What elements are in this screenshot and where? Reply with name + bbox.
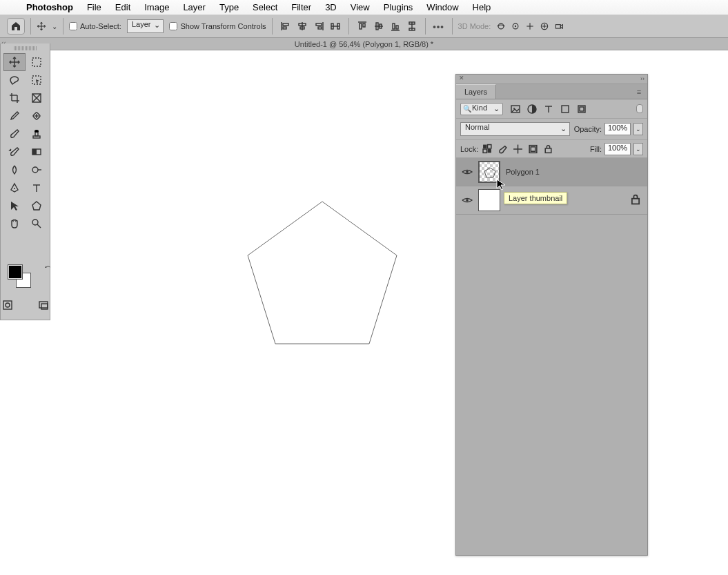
filter-shape-icon[interactable] <box>560 104 571 115</box>
layer-thumbnail[interactable] <box>478 189 500 211</box>
color-swatches[interactable]: ⤺ <box>8 264 42 292</box>
show-transform-input[interactable] <box>169 22 177 30</box>
menu-layer[interactable]: Layer <box>176 2 213 12</box>
marquee-tool[interactable] <box>26 53 48 71</box>
tab-layers[interactable]: Layers <box>456 84 496 99</box>
crop-tool[interactable] <box>3 89 26 107</box>
eyedropper-tool[interactable] <box>3 107 26 125</box>
lock-image-icon[interactable] <box>498 144 508 154</box>
3d-roll-icon[interactable] <box>511 21 520 31</box>
auto-select-label: Auto-Select: <box>80 22 121 30</box>
opacity-stepper[interactable]: ⌄ <box>633 123 643 135</box>
svg-rect-63 <box>3 301 12 309</box>
blend-mode-dropdown[interactable]: Normal <box>460 122 570 136</box>
app-name[interactable]: Photoshop <box>19 2 80 12</box>
zoom-tool[interactable] <box>26 215 48 233</box>
lock-transparency-icon[interactable] <box>482 144 493 154</box>
fill-stepper[interactable]: ⌄ <box>633 143 643 155</box>
brush-tool[interactable] <box>3 125 26 143</box>
blur-tool[interactable] <box>3 161 26 179</box>
panel-collapse-icon[interactable]: ›› <box>640 75 645 82</box>
foreground-color[interactable] <box>8 264 23 280</box>
swap-colors-icon[interactable]: ⤺ <box>45 263 50 271</box>
show-transform-checkbox[interactable]: Show Transform Controls <box>169 22 266 30</box>
lock-all-icon[interactable] <box>543 144 553 154</box>
filter-smart-icon[interactable] <box>576 104 587 115</box>
align-center-h-icon[interactable] <box>295 19 310 34</box>
menu-filter[interactable]: Filter <box>284 2 318 12</box>
menu-3d[interactable]: 3D <box>318 2 344 12</box>
filter-adjust-icon[interactable] <box>527 104 538 115</box>
layers-empty-area[interactable] <box>456 215 647 555</box>
move-tool-icon[interactable] <box>37 21 46 31</box>
menu-window[interactable]: Window <box>420 2 465 12</box>
3d-pan-icon[interactable] <box>525 21 535 31</box>
filter-kind-dropdown[interactable]: 🔍 Kind <box>460 103 503 115</box>
lock-position-icon[interactable] <box>513 144 523 154</box>
align-right-icon[interactable] <box>311 19 326 34</box>
3d-orbit-icon[interactable] <box>496 21 506 31</box>
history-brush-tool[interactable] <box>3 143 26 161</box>
panel-close-icon[interactable]: ✕ <box>459 75 464 81</box>
menu-type[interactable]: Type <box>213 2 246 12</box>
svg-point-26 <box>498 23 504 29</box>
move-tool[interactable] <box>3 53 26 71</box>
layer-name[interactable]: Polygon 1 <box>506 168 540 176</box>
pentagon-shape[interactable] <box>246 200 398 345</box>
opacity-label: Opacity: <box>574 125 602 133</box>
layer-thumbnail[interactable] <box>478 161 500 183</box>
pentagon-thumb-icon <box>484 167 496 178</box>
svg-rect-65 <box>39 302 48 308</box>
panel-titlebar[interactable]: ✕ ›› <box>456 75 647 84</box>
menu-view[interactable]: View <box>344 2 377 12</box>
panel-menu-icon[interactable]: ≡ <box>631 84 647 99</box>
lasso-tool[interactable] <box>3 71 26 89</box>
document-title[interactable]: Untitled-1 @ 56,4% (Polygon 1, RGB/8) * <box>295 40 433 48</box>
menu-select[interactable]: Select <box>246 2 284 12</box>
layer-row-polygon[interactable]: Polygon 1 <box>456 158 647 186</box>
dodge-tool[interactable] <box>26 161 48 179</box>
shape-tool[interactable] <box>26 197 48 215</box>
opacity-input[interactable]: 100% <box>604 123 631 135</box>
frame-tool[interactable] <box>26 89 48 107</box>
menu-file[interactable]: File <box>80 2 108 12</box>
align-center-v-icon[interactable] <box>371 19 386 34</box>
gradient-tool[interactable] <box>26 143 48 161</box>
3d-camera-icon[interactable] <box>554 21 564 31</box>
svg-point-55 <box>32 167 38 173</box>
align-top-icon[interactable] <box>355 19 370 34</box>
distribute-h-icon[interactable] <box>328 19 343 34</box>
auto-select-input[interactable] <box>69 22 77 30</box>
healing-tool[interactable] <box>26 107 48 125</box>
auto-select-checkbox[interactable]: Auto-Select: <box>69 22 121 30</box>
filter-type-icon[interactable] <box>543 104 554 115</box>
tools-grip-icon[interactable] <box>14 46 37 50</box>
3d-slide-icon[interactable] <box>540 21 549 31</box>
distribute-v-icon[interactable] <box>404 19 420 34</box>
filter-toggle[interactable] <box>636 104 643 113</box>
align-bottom-icon[interactable] <box>388 19 403 34</box>
hand-tool[interactable] <box>3 215 26 233</box>
move-tool-flyout[interactable]: ⌄ <box>52 23 57 30</box>
filter-pixel-icon[interactable] <box>510 104 521 115</box>
align-left-icon[interactable] <box>278 19 293 34</box>
auto-select-target-dropdown[interactable]: Layer <box>127 19 164 33</box>
type-tool[interactable] <box>26 179 48 197</box>
quickmask-tool[interactable] <box>0 296 19 314</box>
home-button[interactable] <box>7 18 25 35</box>
pen-tool[interactable] <box>3 179 26 197</box>
visibility-toggle-icon[interactable] <box>462 166 473 178</box>
path-select-tool[interactable] <box>3 197 26 215</box>
stamp-tool[interactable] <box>26 125 48 143</box>
object-select-tool[interactable] <box>26 71 48 89</box>
menu-image[interactable]: Image <box>137 2 176 12</box>
svg-point-28 <box>515 26 516 27</box>
menu-plugins[interactable]: Plugins <box>377 2 420 12</box>
fill-input[interactable]: 100% <box>604 143 631 155</box>
menu-edit[interactable]: Edit <box>108 2 137 12</box>
lock-artboard-icon[interactable] <box>528 144 538 154</box>
menu-help[interactable]: Help <box>466 2 498 12</box>
layer-list: Polygon 1 Background <box>456 158 647 215</box>
visibility-toggle-icon[interactable] <box>462 194 473 206</box>
more-options-icon[interactable]: ••• <box>431 19 446 34</box>
